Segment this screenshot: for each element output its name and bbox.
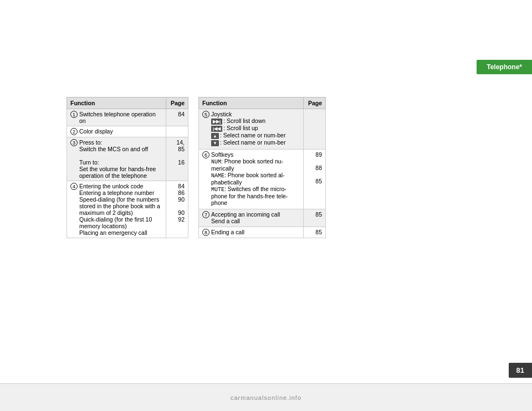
circle-2: 2 — [70, 128, 78, 135]
right-row-8-text: Ending a call — [211, 229, 300, 235]
right-row-6-function: 6 Softkeys NUM: Phone book sorted nu-mer… — [199, 149, 304, 209]
left-row-4-function: 4 Entering the unlock code Entering a te… — [67, 181, 166, 238]
table-row: 6 Softkeys NUM: Phone book sorted nu-mer… — [199, 149, 326, 209]
left-row-1-text: Switches telephone operation on — [79, 111, 162, 124]
right-row-7-page: 85 — [304, 209, 326, 227]
table-row: 7 Accepting an incoming call Send a call… — [199, 209, 326, 227]
left-row-3-text: Press to: Switch the MCS on and off Turn… — [79, 139, 162, 179]
name-softkey-label: NAME — [211, 173, 224, 179]
circle-4: 4 — [70, 183, 78, 190]
right-row-5-page — [304, 109, 326, 150]
table-row: 2 Color display — [67, 126, 188, 137]
left-row-1-page: 84 — [166, 109, 188, 126]
left-row-3-function: 3 Press to: Switch the MCS on and off Tu… — [67, 137, 166, 181]
telephone-header-tab: Telephone* — [477, 60, 532, 74]
right-row-5-function: 5 Joystick ▶▶|: Scroll list down |◀◀: Sc… — [199, 109, 304, 150]
right-row-7-function: 7 Accepting an incoming call Send a call — [199, 209, 304, 227]
tables-container: Function Page 1 Switches telephone opera… — [66, 97, 326, 238]
left-table: Function Page 1 Switches telephone opera… — [66, 97, 188, 238]
right-table-page-header: Page — [304, 97, 326, 109]
arrow-right-icon: ▶▶| — [211, 119, 222, 125]
circle-8: 8 — [202, 229, 209, 236]
table-row: 1 Switches telephone operation on 84 — [67, 109, 188, 126]
mute-softkey-label: MUTE — [211, 187, 224, 193]
page-number-badge: 81 — [509, 363, 532, 378]
right-row-8-page: 85 — [304, 227, 326, 238]
right-row-7-text: Accepting an incoming call Send a call — [211, 211, 300, 224]
bottom-watermark-bar: carmanualsonline.info — [0, 383, 532, 411]
arrow-left-icon: |◀◀ — [211, 126, 222, 132]
arrow-down-icon: ▼ — [211, 140, 219, 146]
left-row-3-page: 14,8516 — [166, 137, 188, 181]
right-table-function-header: Function — [199, 97, 304, 109]
table-row: 8 Ending a call 85 — [199, 227, 326, 238]
table-row: 3 Press to: Switch the MCS on and off Tu… — [67, 137, 188, 181]
right-table: Function Page 5 Joystick ▶▶|: Scroll lis… — [198, 97, 326, 238]
circle-6: 6 — [202, 151, 209, 158]
circle-1: 1 — [70, 111, 78, 118]
right-row-6-page: 898885 — [304, 149, 326, 209]
right-row-5-text: Joystick ▶▶|: Scroll list down |◀◀: Scro… — [211, 111, 300, 146]
num-softkey-label: NUM — [211, 159, 221, 165]
right-row-8-function: 8 Ending a call — [199, 227, 304, 238]
circle-7: 7 — [202, 211, 209, 218]
left-row-2-page — [166, 126, 188, 137]
left-row-4-page: 8486909092 — [166, 181, 188, 238]
left-row-4-text: Entering the unlock code Entering a tele… — [79, 183, 162, 236]
watermark-text: carmanualsonline.info — [231, 394, 301, 401]
circle-5: 5 — [202, 111, 209, 118]
left-table-function-header: Function — [67, 97, 166, 109]
left-row-2-function: 2 Color display — [67, 126, 166, 137]
arrow-up-icon: ▲ — [211, 133, 219, 139]
table-row: 5 Joystick ▶▶|: Scroll list down |◀◀: Sc… — [199, 109, 326, 150]
left-row-1-function: 1 Switches telephone operation on — [67, 109, 166, 126]
circle-3: 3 — [70, 139, 78, 146]
right-row-6-text: Softkeys NUM: Phone book sorted nu-meric… — [211, 151, 300, 206]
table-row: 4 Entering the unlock code Entering a te… — [67, 181, 188, 238]
left-table-page-header: Page — [166, 97, 188, 109]
left-row-2-text: Color display — [79, 128, 162, 135]
